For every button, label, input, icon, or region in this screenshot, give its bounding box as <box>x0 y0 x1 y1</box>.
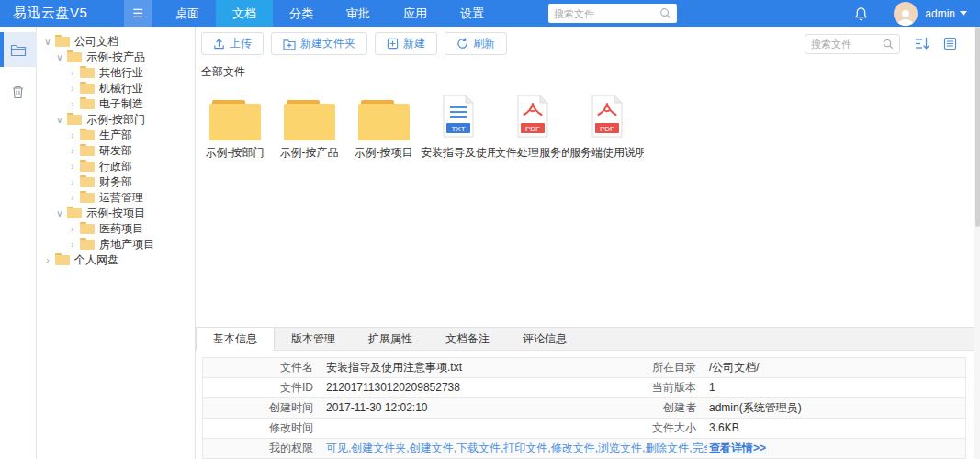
tree-item-by-product[interactable]: ∨示例-按产品 <box>42 50 195 65</box>
folder-icon <box>80 224 95 234</box>
nav-desktop[interactable]: 桌面 <box>159 0 216 27</box>
scrollbar-thumb[interactable] <box>975 27 980 227</box>
chevron-right-icon[interactable]: › <box>67 177 78 187</box>
chevron-right-icon[interactable]: › <box>67 240 78 250</box>
header-search-box <box>548 4 677 23</box>
new-label: 新建 <box>403 36 425 51</box>
username-label[interactable]: admin <box>925 7 955 20</box>
folder-icon <box>209 100 261 140</box>
folder-icon <box>67 52 82 62</box>
txt-file-icon: TXT <box>442 95 475 140</box>
chevron-down-icon[interactable]: ∨ <box>54 115 65 125</box>
list-view-icon[interactable] <box>943 37 957 50</box>
tree-item-pharma-project[interactable]: ›医药项目 <box>42 221 195 237</box>
hamburger-menu-icon[interactable]: ☰ <box>124 0 152 27</box>
tab-document-notes[interactable]: 文档备注 <box>429 328 506 350</box>
new-folder-icon <box>283 39 296 50</box>
view-details-link[interactable]: 查看详情>> <box>709 442 766 454</box>
chevron-right-icon[interactable]: › <box>67 99 78 109</box>
search-icon[interactable] <box>883 39 894 50</box>
tree-item-other-industry[interactable]: ›其他行业 <box>42 65 195 81</box>
file-name: 安装指导及使用... <box>421 145 495 161</box>
chevron-right-icon[interactable]: › <box>67 162 78 172</box>
tab-version-management[interactable]: 版本管理 <box>275 328 352 350</box>
folder-icon <box>80 99 95 109</box>
info-label: 文件ID <box>203 378 324 397</box>
chevron-down-icon[interactable]: ∨ <box>42 37 53 47</box>
chevron-down-icon[interactable]: ∨ <box>54 52 65 62</box>
tree-item-operations[interactable]: ›运营管理 <box>42 190 195 206</box>
nav-documents[interactable]: 文档 <box>216 0 273 27</box>
info-label: 当前版本 <box>587 378 707 397</box>
chevron-down-icon[interactable]: ∨ <box>54 208 65 218</box>
user-avatar[interactable] <box>894 2 918 26</box>
info-value: admin(系统管理员) <box>707 398 965 418</box>
tree-item-production[interactable]: ›生产部 <box>42 128 195 143</box>
upload-button[interactable]: 上传 <box>201 32 264 55</box>
tree-item-machinery[interactable]: ›机械行业 <box>42 81 195 96</box>
file-name: 示例-按部门 <box>197 145 272 161</box>
file-item-folder-by-department[interactable]: 示例-按部门 <box>197 93 272 161</box>
folder-icon <box>80 68 95 78</box>
tree-item-realestate-project[interactable]: ›房地产项目 <box>42 237 195 252</box>
tree-item-rnd[interactable]: ›研发部 <box>42 143 195 159</box>
refresh-icon <box>456 38 468 50</box>
file-item-pdf-server-manual[interactable]: PDF 服务端使用说明... <box>569 93 644 161</box>
tab-basic-info[interactable]: 基本信息 <box>196 328 275 351</box>
rail-trash-icon[interactable] <box>0 74 37 109</box>
chevron-right-icon[interactable]: › <box>67 193 78 203</box>
notification-bell-icon[interactable] <box>854 6 868 21</box>
table-row: 修改时间 文件大小 3.6KB <box>203 419 965 439</box>
vertical-scrollbar[interactable] <box>974 27 980 459</box>
tree-item-finance[interactable]: ›财务部 <box>42 174 195 190</box>
user-menu-caret-icon[interactable] <box>960 11 967 16</box>
chevron-right-icon[interactable]: › <box>67 146 78 156</box>
nav-apps[interactable]: 应用 <box>387 0 444 27</box>
tree-item-by-project[interactable]: ∨示例-按项目 <box>42 206 195 221</box>
nav-categories[interactable]: 分类 <box>273 0 330 27</box>
svg-text:PDF: PDF <box>600 125 614 133</box>
new-button[interactable]: 新建 <box>375 32 437 55</box>
pdf-file-icon: PDF <box>516 95 549 140</box>
tab-comments[interactable]: 评论信息 <box>506 328 583 350</box>
tree-item-personal-drive[interactable]: ›个人网盘 <box>42 252 195 268</box>
tree-item-company-docs[interactable]: ∨公司文档 <box>42 34 195 50</box>
tree-item-admin-dept[interactable]: ›行政部 <box>42 159 195 174</box>
refresh-button[interactable]: 刷新 <box>445 32 507 55</box>
file-item-pdf-file-service[interactable]: PDF 文件处理服务的... <box>495 93 569 161</box>
table-row: 创建时间 2017-11-30 12:02:10 创建者 admin(系统管理员… <box>203 398 965 419</box>
file-item-folder-by-project[interactable]: 示例-按项目 <box>346 93 421 161</box>
file-grid: 示例-按部门 示例-按产品 示例-按项目 <box>196 80 974 161</box>
tree-item-label: 机械行业 <box>99 81 143 96</box>
info-value: /公司文档/ <box>707 358 965 377</box>
file-item-txt-install-guide[interactable]: TXT 安装指导及使用... <box>421 93 495 161</box>
chevron-right-icon[interactable]: › <box>67 224 78 234</box>
rail-files-icon[interactable] <box>0 32 37 67</box>
info-tabbar: 基本信息 版本管理 扩展属性 文档备注 评论信息 <box>196 327 974 351</box>
tree-item-label: 财务部 <box>99 174 132 190</box>
top-header: 易迅云盘V5 ☰ 桌面 文档 分类 审批 应用 设置 admin <box>0 0 980 27</box>
file-name: 示例-按项目 <box>346 145 421 161</box>
chevron-right-icon[interactable]: › <box>67 84 78 94</box>
folder-tree: ∨公司文档 ∨示例-按产品 ›其他行业 ›机械行业 ›电子制造 ∨示例-按部门 … <box>37 27 196 459</box>
tree-item-electronics[interactable]: ›电子制造 <box>42 96 195 112</box>
chevron-right-icon[interactable]: › <box>67 68 78 78</box>
nav-approval[interactable]: 审批 <box>330 0 387 27</box>
folder-icon <box>284 100 335 140</box>
chevron-right-icon[interactable]: › <box>67 130 78 140</box>
tree-item-by-department[interactable]: ∨示例-按部门 <box>42 112 195 128</box>
nav-settings[interactable]: 设置 <box>444 0 501 27</box>
file-search-input[interactable] <box>811 39 875 50</box>
header-search-input[interactable] <box>554 8 659 19</box>
sort-order-icon[interactable] <box>915 37 930 50</box>
file-item-folder-by-product[interactable]: 示例-按产品 <box>272 93 346 161</box>
upload-icon <box>213 38 225 50</box>
chevron-right-icon[interactable]: › <box>42 255 53 265</box>
new-folder-button[interactable]: 新建文件夹 <box>271 32 367 55</box>
file-name: 示例-按产品 <box>272 145 346 161</box>
info-value: 安装指导及使用注意事项.txt <box>324 358 587 377</box>
tree-item-label: 示例-按项目 <box>86 206 145 221</box>
tab-extended-attributes[interactable]: 扩展属性 <box>352 328 429 350</box>
tree-item-label: 生产部 <box>99 128 132 143</box>
search-icon[interactable] <box>659 7 671 19</box>
